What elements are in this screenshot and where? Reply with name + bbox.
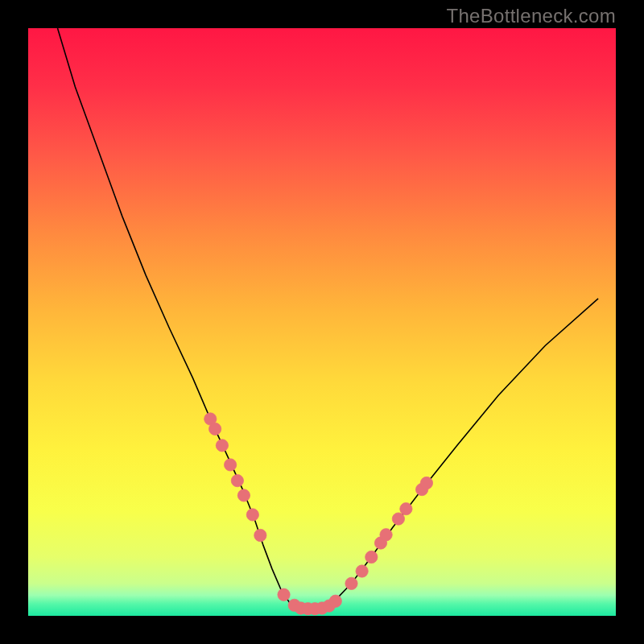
data-dot [400, 502, 412, 514]
data-dot [380, 529, 392, 541]
data-dot [216, 440, 228, 452]
plot-area [28, 28, 616, 616]
watermark-text: TheBottleneck.com [446, 5, 616, 27]
data-dot [345, 577, 357, 589]
data-dot [278, 588, 290, 601]
bottleneck-curve [58, 28, 599, 609]
data-dot [246, 509, 258, 521]
data-dot [208, 423, 221, 435]
data-dot [254, 529, 266, 541]
data-dot [420, 477, 432, 489]
data-dot [224, 459, 236, 471]
data-dot [356, 565, 368, 577]
data-dot [365, 551, 378, 563]
curve-layer [28, 28, 616, 616]
data-dot [392, 513, 404, 525]
data-dot [329, 595, 341, 607]
chart-frame: TheBottleneck.com [0, 0, 644, 644]
data-dot [237, 489, 250, 502]
data-dots [204, 413, 433, 615]
data-dot [231, 474, 243, 486]
